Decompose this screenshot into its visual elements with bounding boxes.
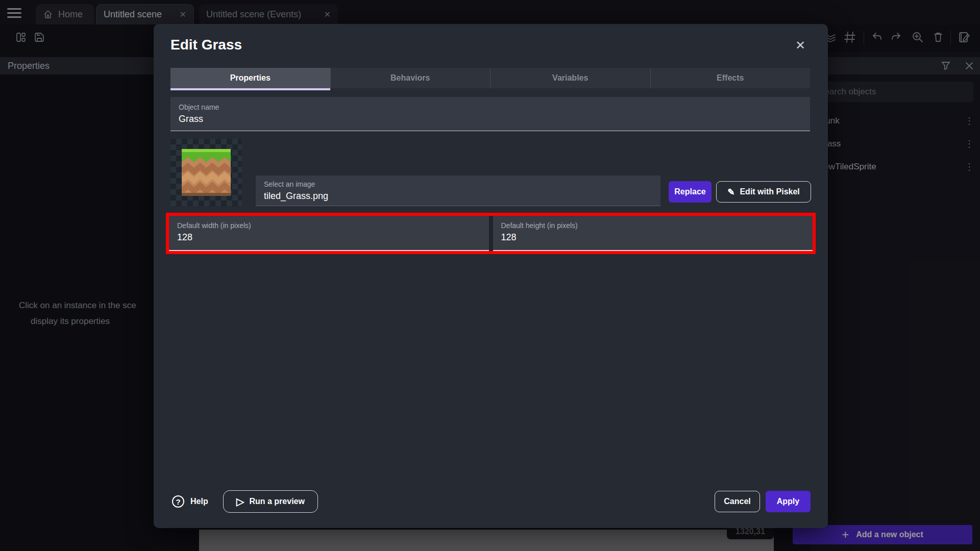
default-width-label: Default width (in pixels) (177, 221, 251, 230)
default-width-value[interactable]: 128 (177, 232, 192, 243)
help-button[interactable]: ? Help (172, 491, 208, 512)
default-height-field[interactable]: Default height (in pixels) 128 (493, 216, 813, 251)
run-preview-label: Run a preview (249, 497, 304, 506)
image-select-label: Select an image (264, 180, 315, 188)
grass-tile-image (182, 149, 231, 196)
replace-label: Replace (674, 187, 705, 196)
apply-label: Apply (777, 497, 799, 506)
object-name-value[interactable]: Grass (179, 114, 203, 124)
highlighted-size-fields: Default width (in pixels) 128 Default he… (166, 213, 816, 254)
image-select-value[interactable]: tiled_Grass.png (264, 191, 328, 202)
active-tab-underline (170, 88, 330, 90)
default-height-label: Default height (in pixels) (501, 221, 578, 230)
tab-variables-label: Variables (552, 73, 588, 83)
tab-effects[interactable]: Effects (650, 68, 811, 88)
replace-button[interactable]: Replace (669, 181, 712, 203)
tab-properties-label: Properties (230, 73, 271, 83)
gdevelop-app: Home Untitled scene ✕ Untitled scene (Ev… (0, 0, 980, 551)
edit-with-piskel-label: Edit with Piskel (740, 187, 799, 196)
run-preview-button[interactable]: ▷ Run a preview (223, 490, 318, 513)
help-icon: ? (172, 495, 184, 508)
tab-properties[interactable]: Properties (170, 68, 330, 88)
play-icon: ▷ (236, 495, 244, 508)
tab-behaviors[interactable]: Behaviors (330, 68, 491, 88)
edit-with-piskel-button[interactable]: ✎ Edit with Piskel (716, 181, 811, 203)
tab-effects-label: Effects (717, 73, 744, 83)
default-height-value[interactable]: 128 (501, 232, 517, 243)
object-name-field[interactable]: Object name Grass (170, 97, 810, 131)
dialog-close-icon[interactable]: ✕ (793, 38, 807, 53)
pencil-icon: ✎ (727, 187, 734, 197)
dialog-tabs: Properties Behaviors Variables Effects (170, 68, 810, 88)
help-label: Help (190, 497, 208, 506)
tab-variables[interactable]: Variables (490, 68, 650, 88)
object-name-label: Object name (179, 103, 219, 111)
cancel-label: Cancel (724, 497, 750, 506)
cancel-button[interactable]: Cancel (715, 491, 760, 512)
apply-button[interactable]: Apply (766, 491, 811, 512)
edit-object-dialog: Edit Grass ✕ Properties Behaviors Variab… (154, 24, 828, 528)
image-select-field[interactable]: Select an image tiled_Grass.png (256, 176, 660, 206)
default-width-field[interactable]: Default width (in pixels) 128 (169, 216, 489, 251)
dialog-title: Edit Grass (170, 37, 242, 53)
sprite-thumbnail[interactable] (170, 139, 242, 206)
tab-behaviors-label: Behaviors (390, 73, 430, 83)
